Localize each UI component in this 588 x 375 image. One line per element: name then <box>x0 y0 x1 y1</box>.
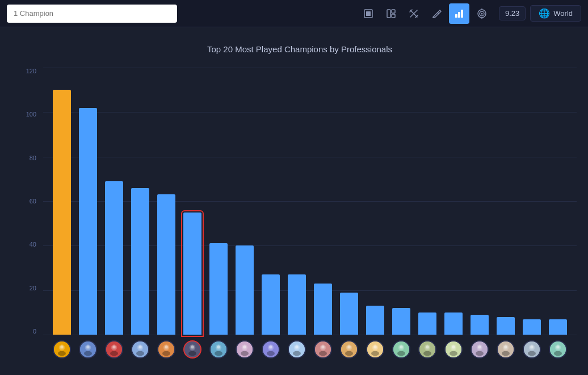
champion-icon <box>288 340 306 359</box>
svg-line-9 <box>438 13 439 14</box>
grid-line <box>43 335 577 335</box>
bar-col[interactable] <box>127 68 153 335</box>
bar-col[interactable] <box>49 68 75 335</box>
bar-col[interactable] <box>388 68 414 335</box>
svg-point-111 <box>528 351 536 356</box>
y-axis-label: 0 <box>33 328 36 335</box>
world-button[interactable]: 🌐 World <box>530 5 581 22</box>
icon-cell <box>127 336 153 363</box>
chart-inner <box>43 68 577 363</box>
bar-col[interactable] <box>336 68 362 335</box>
svg-point-107 <box>504 345 507 348</box>
svg-point-117 <box>556 345 559 348</box>
chart-icon-btn[interactable] <box>449 3 469 24</box>
icon-cell <box>179 336 205 363</box>
svg-point-97 <box>452 345 455 348</box>
champion-icon <box>523 340 541 359</box>
bar <box>236 245 254 335</box>
champion-icon <box>131 340 149 359</box>
bar-col[interactable] <box>440 68 467 335</box>
icon-cell <box>362 336 388 363</box>
svg-point-21 <box>58 351 66 356</box>
bar-col[interactable] <box>362 68 388 335</box>
globe-icon: 🌐 <box>539 8 550 19</box>
champion-icon <box>262 340 280 359</box>
icon-cell <box>232 336 258 363</box>
icon-cell <box>440 336 467 363</box>
y-axis-label: 120 <box>26 68 36 74</box>
svg-point-87 <box>400 345 402 348</box>
svg-point-112 <box>530 345 533 348</box>
bar-col[interactable] <box>493 68 519 335</box>
y-axis-label: 100 <box>26 111 36 118</box>
champion-icon <box>236 340 254 359</box>
svg-point-52 <box>217 345 220 348</box>
champion-icon <box>392 340 410 359</box>
bars-row <box>43 68 577 335</box>
icon-cell <box>49 336 75 363</box>
svg-point-106 <box>502 351 510 356</box>
svg-point-67 <box>295 345 298 348</box>
y-axis: 120100806040200 <box>23 68 40 335</box>
icon-cell <box>284 336 310 363</box>
svg-point-37 <box>138 345 141 348</box>
svg-point-31 <box>110 351 118 356</box>
svg-point-96 <box>450 351 457 356</box>
bar-col[interactable] <box>101 68 127 335</box>
bar <box>183 213 201 335</box>
layout-icon-btn[interactable] <box>381 3 401 24</box>
bar-col[interactable] <box>232 68 258 335</box>
svg-point-72 <box>321 345 324 348</box>
svg-point-76 <box>345 351 353 356</box>
champion-icon <box>444 340 463 359</box>
bar-col[interactable] <box>75 68 101 335</box>
champion-icon <box>157 340 175 359</box>
square-icon-btn[interactable] <box>358 3 379 24</box>
pen-icon-btn[interactable] <box>426 3 447 24</box>
bar-col[interactable] <box>284 68 310 335</box>
bar <box>366 306 384 335</box>
y-axis-label: 80 <box>30 155 36 161</box>
bar-col[interactable] <box>205 68 232 335</box>
svg-point-82 <box>373 345 376 348</box>
swords-icon-btn[interactable] <box>404 3 424 24</box>
bar-col[interactable] <box>310 68 336 335</box>
icon-cell <box>205 336 232 363</box>
bar-col[interactable] <box>153 68 179 335</box>
champion-icon <box>53 340 71 359</box>
bar <box>79 108 97 335</box>
icon-cell <box>153 336 179 363</box>
svg-point-57 <box>243 345 246 348</box>
bar-col[interactable] <box>519 68 545 335</box>
svg-point-26 <box>84 351 92 356</box>
svg-point-91 <box>423 351 431 356</box>
svg-point-51 <box>215 351 222 356</box>
bar-col[interactable] <box>179 68 205 335</box>
svg-point-71 <box>319 351 327 356</box>
svg-point-32 <box>112 345 115 348</box>
target-icon-btn[interactable] <box>472 3 492 24</box>
icon-cell <box>493 336 519 363</box>
bar-col[interactable] <box>467 68 493 335</box>
bar-col[interactable] <box>545 68 571 335</box>
svg-point-86 <box>397 351 405 356</box>
bar <box>288 274 306 335</box>
bar-col[interactable] <box>258 68 284 335</box>
bar <box>131 188 149 335</box>
svg-point-77 <box>347 345 350 348</box>
svg-point-61 <box>267 351 275 356</box>
icon-cell <box>414 336 440 363</box>
version-badge: 9.23 <box>499 6 526 20</box>
icon-cell <box>310 336 336 363</box>
chart-container: Top 20 Most Played Champions by Professi… <box>0 27 588 369</box>
bar <box>157 194 175 335</box>
bar-col[interactable] <box>414 68 440 335</box>
champion-icon <box>366 340 384 359</box>
svg-rect-4 <box>392 14 395 18</box>
y-axis-label: 20 <box>30 285 36 291</box>
search-input[interactable] <box>7 5 177 23</box>
svg-rect-3 <box>392 10 395 13</box>
svg-point-36 <box>136 351 144 356</box>
champion-icon <box>209 340 228 359</box>
svg-rect-1 <box>366 11 371 16</box>
